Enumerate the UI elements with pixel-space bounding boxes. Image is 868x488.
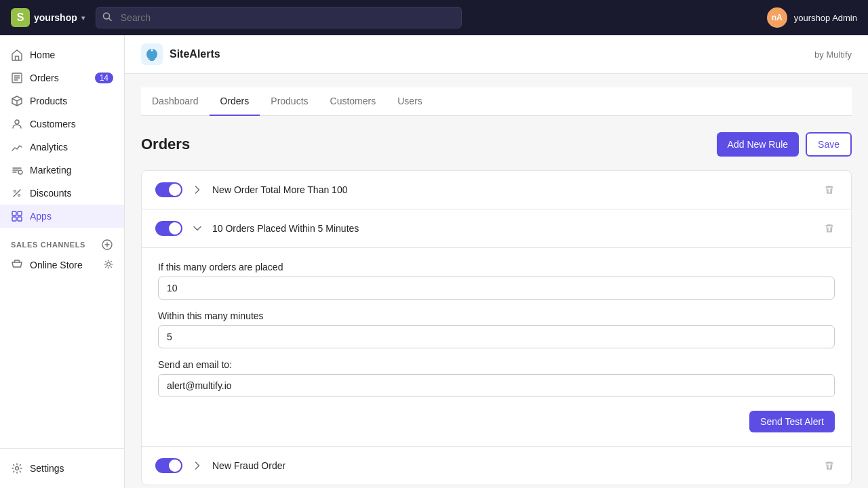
analytics-icon: [11, 141, 23, 153]
svg-rect-10: [18, 217, 22, 221]
search-icon: [102, 12, 112, 24]
rule3-chevron-right[interactable]: [191, 459, 204, 472]
add-new-rule-button[interactable]: Add New Rule: [717, 132, 800, 157]
orders-count-input[interactable]: [158, 277, 835, 300]
rule2-toggle[interactable]: [155, 221, 182, 236]
tab-products[interactable]: Products: [260, 87, 319, 116]
settings-label: Settings: [30, 463, 64, 474]
sidebar-item-label: Analytics: [30, 142, 68, 152]
orders-title: Orders: [141, 136, 190, 153]
svg-rect-8: [18, 211, 22, 216]
sidebar-item-label: Home: [30, 49, 55, 60]
svg-point-12: [107, 262, 111, 266]
send-test-alert-button[interactable]: Send Test Alert: [749, 411, 835, 432]
rule-row: New Order Total More Than 100: [142, 171, 851, 209]
brand-name: yourshop: [34, 12, 77, 23]
customers-icon: [11, 118, 23, 130]
home-icon: [11, 49, 23, 61]
sidebar-item-online-store[interactable]: Online Store: [0, 253, 124, 277]
add-channel-icon[interactable]: [101, 239, 113, 251]
sidebar-item-orders[interactable]: Orders 14: [0, 66, 124, 89]
sidebar-item-label: Discounts: [30, 188, 71, 199]
rule3-label: New Fraud Order: [212, 460, 813, 471]
sidebar-item-label: Marketing: [30, 165, 71, 176]
sidebar-item-products[interactable]: Products: [0, 89, 124, 113]
email-label: Send an email to:: [158, 359, 835, 370]
orders-actions: Add New Rule Save: [717, 132, 852, 157]
rule2-delete-icon[interactable]: [821, 220, 837, 237]
svg-point-6: [18, 195, 20, 197]
orders-count-group: If this many orders are placed: [158, 262, 835, 300]
email-input[interactable]: [158, 374, 835, 397]
tab-dashboard[interactable]: Dashboard: [141, 87, 210, 116]
orders-page: Orders Add New Rule Save New Order Total…: [141, 116, 852, 488]
rule3-toggle[interactable]: [155, 458, 182, 473]
tabs: Dashboard Orders Products Customers User…: [141, 87, 852, 116]
rule1-chevron-right[interactable]: [191, 183, 204, 197]
svg-point-4: [18, 170, 22, 174]
rule1-toggle[interactable]: [155, 182, 182, 197]
search-input[interactable]: [96, 7, 462, 28]
products-icon: [11, 95, 23, 107]
tab-orders[interactable]: Orders: [210, 87, 260, 116]
email-group: Send an email to:: [158, 359, 835, 397]
sidebar-item-analytics[interactable]: Analytics: [0, 136, 124, 159]
sidebar-item-marketing[interactable]: Marketing: [0, 159, 124, 182]
sidebar-item-label: Products: [30, 96, 67, 106]
svg-point-3: [15, 120, 19, 124]
channels-label: SALES CHANNELS: [11, 241, 85, 249]
settings-cog-icon[interactable]: [104, 260, 113, 271]
svg-rect-15: [150, 60, 154, 61]
rule2-label: 10 Orders Placed Within 5 Minutes: [212, 223, 813, 234]
app-title-area: SiteAlerts: [141, 43, 220, 65]
channels-section: SALES CHANNELS: [0, 228, 124, 253]
by-label: by Multify: [814, 49, 852, 60]
sidebar-item-label: Online Store: [30, 260, 83, 270]
svg-rect-7: [12, 211, 16, 216]
rule2-header: 10 Orders Placed Within 5 Minutes: [142, 209, 851, 248]
rule3-delete-icon[interactable]: [821, 458, 837, 474]
tab-customers[interactable]: Customers: [319, 87, 387, 116]
sidebar-item-discounts[interactable]: Discounts: [0, 182, 124, 205]
tab-users[interactable]: Users: [387, 87, 433, 116]
orders-header: Orders Add New Rule Save: [141, 132, 852, 157]
svg-rect-9: [12, 217, 16, 221]
sidebar-item-customers[interactable]: Customers: [0, 113, 124, 136]
rule2-expanded: 10 Orders Placed Within 5 Minutes If thi…: [142, 209, 851, 447]
rule2-chevron-down[interactable]: [191, 222, 204, 235]
settings-icon: [11, 462, 23, 474]
user-name: yourshop Admin: [794, 13, 857, 23]
shopify-icon: S: [11, 8, 30, 27]
orders-badge: 14: [95, 73, 113, 83]
rule3-row: New Fraud Order: [142, 447, 851, 485]
topnav: S yourshop ▾ nA yourshop Admin: [0, 0, 868, 35]
rules-card: New Order Total More Than 100 10 Orders …: [141, 170, 852, 485]
app-name: SiteAlerts: [170, 48, 220, 60]
sidebar-item-home[interactable]: Home: [0, 43, 124, 66]
main-content: SiteAlerts by Multify Dashboard Orders P…: [125, 35, 868, 488]
sidebar-item-label: Apps: [30, 211, 52, 222]
orders-icon: [11, 72, 23, 84]
rule1-delete-icon[interactable]: [821, 182, 837, 198]
minutes-group: Within this many minutes: [158, 310, 835, 348]
minutes-input[interactable]: [158, 325, 835, 348]
sidebar-item-label: Customers: [30, 119, 76, 129]
app-header: SiteAlerts by Multify: [125, 35, 868, 74]
svg-point-13: [16, 467, 19, 470]
search-container: [96, 7, 462, 28]
sidebar-item-label: Orders: [30, 73, 59, 83]
sidebar-item-settings[interactable]: Settings: [0, 457, 124, 480]
brand[interactable]: S yourshop ▾: [11, 8, 85, 27]
svg-line-1: [108, 18, 111, 21]
online-store-icon: [11, 259, 23, 271]
save-button[interactable]: Save: [806, 132, 852, 157]
sitealerts-icon: [141, 43, 163, 65]
marketing-icon: [11, 164, 23, 176]
avatar[interactable]: nA: [767, 7, 787, 28]
minutes-label: Within this many minutes: [158, 310, 835, 321]
discounts-icon: [11, 187, 23, 199]
rule1-label: New Order Total More Than 100: [212, 184, 813, 195]
orders-count-label: If this many orders are placed: [158, 262, 835, 272]
brand-chevron: ▾: [81, 14, 85, 22]
sidebar-item-apps[interactable]: Apps: [0, 205, 124, 228]
